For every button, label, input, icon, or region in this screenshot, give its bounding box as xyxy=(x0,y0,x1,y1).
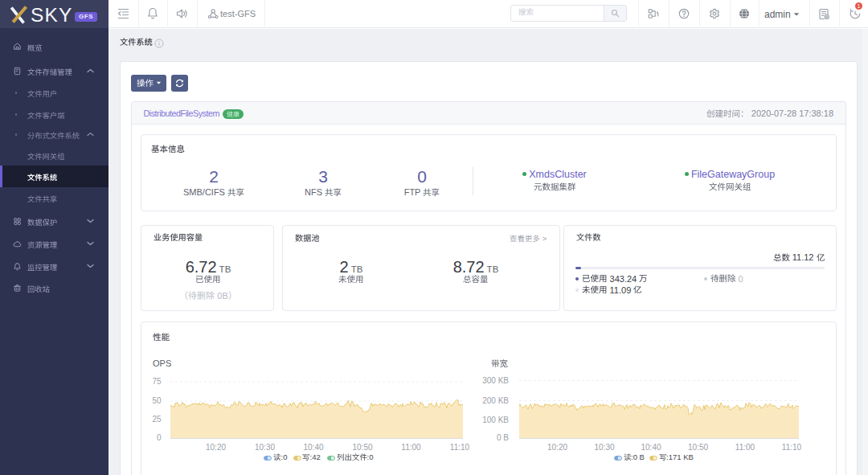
svg-text:SKY: SKY xyxy=(31,4,73,24)
